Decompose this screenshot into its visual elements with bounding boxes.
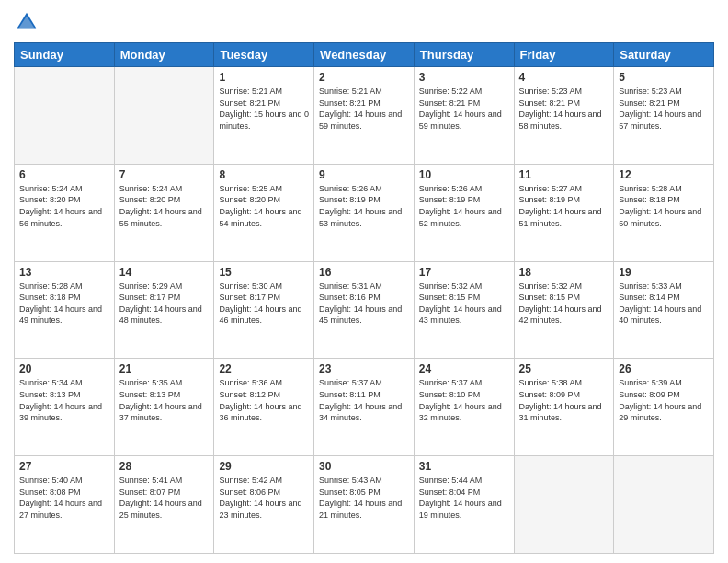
- day-header-friday: Friday: [514, 43, 614, 67]
- cell-info: Sunrise: 5:30 AMSunset: 8:17 PMDaylight:…: [219, 281, 309, 327]
- day-number: 8: [219, 168, 309, 181]
- calendar-cell: 5Sunrise: 5:23 AMSunset: 8:21 PMDaylight…: [614, 67, 714, 165]
- calendar-cell: 17Sunrise: 5:32 AMSunset: 8:15 PMDayligh…: [414, 261, 514, 359]
- cell-info: Sunrise: 5:43 AMSunset: 8:05 PMDaylight:…: [319, 475, 409, 521]
- calendar-cell: 25Sunrise: 5:38 AMSunset: 8:09 PMDayligh…: [514, 359, 614, 456]
- cell-info: Sunrise: 5:35 AMSunset: 8:13 PMDaylight:…: [119, 377, 210, 423]
- cell-info: Sunrise: 5:36 AMSunset: 8:12 PMDaylight:…: [219, 377, 309, 423]
- calendar-cell: 23Sunrise: 5:37 AMSunset: 8:11 PMDayligh…: [314, 359, 415, 456]
- calendar-cell: 19Sunrise: 5:33 AMSunset: 8:14 PMDayligh…: [614, 261, 714, 359]
- calendar-cell: 3Sunrise: 5:22 AMSunset: 8:21 PMDaylight…: [414, 67, 514, 165]
- calendar-cell: 1Sunrise: 5:21 AMSunset: 8:21 PMDaylight…: [214, 67, 314, 165]
- day-number: 13: [19, 266, 109, 279]
- day-header-wednesday: Wednesday: [314, 43, 415, 67]
- calendar-cell: [514, 456, 614, 554]
- cell-info: Sunrise: 5:33 AMSunset: 8:14 PMDaylight:…: [619, 281, 709, 327]
- calendar-cell: 2Sunrise: 5:21 AMSunset: 8:21 PMDaylight…: [314, 67, 415, 165]
- day-header-monday: Monday: [114, 43, 214, 67]
- day-header-thursday: Thursday: [414, 43, 514, 67]
- logo: [14, 9, 43, 35]
- calendar-cell: 29Sunrise: 5:42 AMSunset: 8:06 PMDayligh…: [214, 456, 314, 554]
- cell-info: Sunrise: 5:21 AMSunset: 8:21 PMDaylight:…: [319, 86, 409, 132]
- calendar-cell: 15Sunrise: 5:30 AMSunset: 8:17 PMDayligh…: [214, 261, 314, 359]
- calendar-header-row: SundayMondayTuesdayWednesdayThursdayFrid…: [15, 43, 714, 67]
- calendar-cell: 30Sunrise: 5:43 AMSunset: 8:05 PMDayligh…: [314, 456, 415, 554]
- calendar-cell: [614, 456, 714, 554]
- cell-info: Sunrise: 5:23 AMSunset: 8:21 PMDaylight:…: [619, 86, 709, 132]
- cell-info: Sunrise: 5:32 AMSunset: 8:15 PMDaylight:…: [419, 281, 509, 327]
- day-number: 24: [419, 362, 509, 375]
- day-number: 17: [419, 266, 509, 279]
- cell-info: Sunrise: 5:22 AMSunset: 8:21 PMDaylight:…: [419, 86, 509, 132]
- day-number: 1: [219, 71, 309, 84]
- day-number: 27: [19, 460, 109, 473]
- day-header-sunday: Sunday: [15, 43, 115, 67]
- calendar-week-3: 13Sunrise: 5:28 AMSunset: 8:18 PMDayligh…: [15, 261, 714, 359]
- calendar-week-2: 6Sunrise: 5:24 AMSunset: 8:20 PMDaylight…: [15, 164, 714, 261]
- day-number: 23: [319, 362, 409, 375]
- day-number: 12: [619, 168, 709, 181]
- day-number: 22: [219, 362, 309, 375]
- day-header-tuesday: Tuesday: [214, 43, 314, 67]
- calendar-cell: 20Sunrise: 5:34 AMSunset: 8:13 PMDayligh…: [15, 359, 115, 456]
- calendar-week-4: 20Sunrise: 5:34 AMSunset: 8:13 PMDayligh…: [15, 359, 714, 456]
- day-number: 4: [519, 71, 609, 84]
- calendar-cell: 18Sunrise: 5:32 AMSunset: 8:15 PMDayligh…: [514, 261, 614, 359]
- day-number: 6: [19, 168, 109, 181]
- calendar-week-5: 27Sunrise: 5:40 AMSunset: 8:08 PMDayligh…: [15, 456, 714, 554]
- cell-info: Sunrise: 5:29 AMSunset: 8:17 PMDaylight:…: [119, 281, 210, 327]
- day-number: 28: [119, 460, 210, 473]
- calendar-cell: 21Sunrise: 5:35 AMSunset: 8:13 PMDayligh…: [114, 359, 214, 456]
- cell-info: Sunrise: 5:37 AMSunset: 8:10 PMDaylight:…: [419, 377, 509, 423]
- calendar-cell: 31Sunrise: 5:44 AMSunset: 8:04 PMDayligh…: [414, 456, 514, 554]
- day-number: 14: [119, 266, 210, 279]
- calendar-cell: 11Sunrise: 5:27 AMSunset: 8:19 PMDayligh…: [514, 164, 614, 261]
- calendar-cell: 16Sunrise: 5:31 AMSunset: 8:16 PMDayligh…: [314, 261, 415, 359]
- cell-info: Sunrise: 5:23 AMSunset: 8:21 PMDaylight:…: [519, 86, 609, 132]
- calendar-cell: 28Sunrise: 5:41 AMSunset: 8:07 PMDayligh…: [114, 456, 214, 554]
- day-number: 15: [219, 266, 309, 279]
- day-number: 20: [19, 362, 109, 375]
- calendar-cell: 14Sunrise: 5:29 AMSunset: 8:17 PMDayligh…: [114, 261, 214, 359]
- cell-info: Sunrise: 5:39 AMSunset: 8:09 PMDaylight:…: [619, 377, 709, 423]
- cell-info: Sunrise: 5:25 AMSunset: 8:20 PMDaylight:…: [219, 183, 309, 229]
- day-number: 3: [419, 71, 509, 84]
- page: SundayMondayTuesdayWednesdayThursdayFrid…: [0, 0, 728, 563]
- cell-info: Sunrise: 5:24 AMSunset: 8:20 PMDaylight:…: [19, 183, 109, 229]
- logo-icon: [14, 9, 40, 35]
- cell-info: Sunrise: 5:28 AMSunset: 8:18 PMDaylight:…: [19, 281, 109, 327]
- calendar-week-1: 1Sunrise: 5:21 AMSunset: 8:21 PMDaylight…: [15, 67, 714, 165]
- cell-info: Sunrise: 5:24 AMSunset: 8:20 PMDaylight:…: [119, 183, 210, 229]
- cell-info: Sunrise: 5:32 AMSunset: 8:15 PMDaylight:…: [519, 281, 609, 327]
- calendar-cell: 12Sunrise: 5:28 AMSunset: 8:18 PMDayligh…: [614, 164, 714, 261]
- cell-info: Sunrise: 5:41 AMSunset: 8:07 PMDaylight:…: [119, 475, 210, 521]
- calendar-cell: [114, 67, 214, 165]
- calendar-cell: 24Sunrise: 5:37 AMSunset: 8:10 PMDayligh…: [414, 359, 514, 456]
- day-number: 2: [319, 71, 409, 84]
- cell-info: Sunrise: 5:40 AMSunset: 8:08 PMDaylight:…: [19, 475, 109, 521]
- cell-info: Sunrise: 5:37 AMSunset: 8:11 PMDaylight:…: [319, 377, 409, 423]
- cell-info: Sunrise: 5:28 AMSunset: 8:18 PMDaylight:…: [619, 183, 709, 229]
- day-number: 29: [219, 460, 309, 473]
- day-number: 21: [119, 362, 210, 375]
- calendar-table: SundayMondayTuesdayWednesdayThursdayFrid…: [14, 42, 714, 554]
- cell-info: Sunrise: 5:21 AMSunset: 8:21 PMDaylight:…: [219, 86, 309, 132]
- day-number: 19: [619, 266, 709, 279]
- calendar-cell: 13Sunrise: 5:28 AMSunset: 8:18 PMDayligh…: [15, 261, 115, 359]
- calendar-cell: 9Sunrise: 5:26 AMSunset: 8:19 PMDaylight…: [314, 164, 415, 261]
- day-number: 5: [619, 71, 709, 84]
- cell-info: Sunrise: 5:34 AMSunset: 8:13 PMDaylight:…: [19, 377, 109, 423]
- calendar-cell: 7Sunrise: 5:24 AMSunset: 8:20 PMDaylight…: [114, 164, 214, 261]
- day-number: 31: [419, 460, 509, 473]
- day-number: 30: [319, 460, 409, 473]
- cell-info: Sunrise: 5:44 AMSunset: 8:04 PMDaylight:…: [419, 475, 509, 521]
- header: [14, 9, 714, 35]
- calendar-cell: [15, 67, 115, 165]
- day-number: 11: [519, 168, 609, 181]
- cell-info: Sunrise: 5:26 AMSunset: 8:19 PMDaylight:…: [419, 183, 509, 229]
- calendar-cell: 4Sunrise: 5:23 AMSunset: 8:21 PMDaylight…: [514, 67, 614, 165]
- calendar-cell: 6Sunrise: 5:24 AMSunset: 8:20 PMDaylight…: [15, 164, 115, 261]
- calendar-cell: 26Sunrise: 5:39 AMSunset: 8:09 PMDayligh…: [614, 359, 714, 456]
- day-number: 25: [519, 362, 609, 375]
- calendar-cell: 27Sunrise: 5:40 AMSunset: 8:08 PMDayligh…: [15, 456, 115, 554]
